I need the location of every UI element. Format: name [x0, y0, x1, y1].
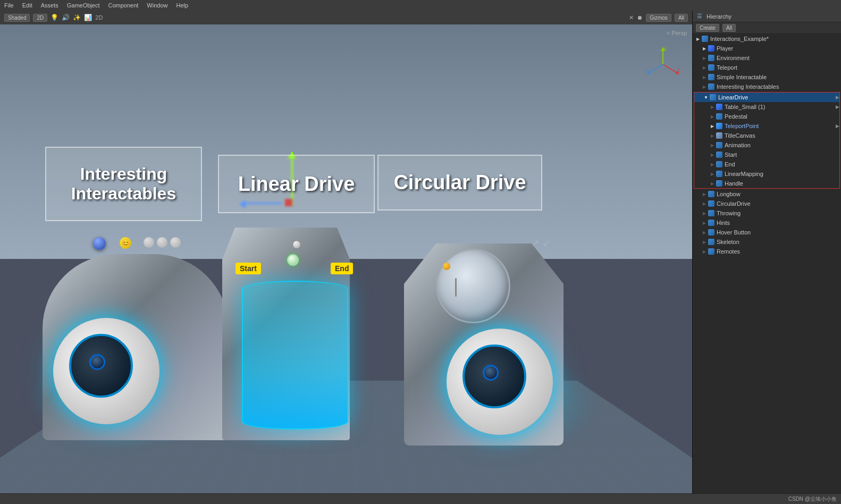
lm-arrow: ▶ — [709, 172, 716, 177]
light-icon: 💡 — [51, 14, 58, 21]
tc-arrow: ▶ — [709, 133, 716, 138]
tp-icon — [716, 122, 723, 130]
tree-item-table-small[interactable]: ▶ Table_Small (1) ▶ — [694, 102, 839, 112]
menu-component[interactable]: Component — [108, 2, 138, 9]
linear-cylinder — [242, 281, 348, 430]
tel-label: Teleport — [717, 64, 737, 71]
tree-item-animation[interactable]: ▶ Animation — [694, 140, 839, 150]
main-layout: # Scene Game Project Shaded 2D 💡 🔊 ✨ 📊 2… — [0, 11, 841, 493]
svg-text:y: y — [664, 46, 667, 51]
menu-help[interactable]: Help — [176, 2, 188, 9]
circular-disc — [436, 249, 510, 323]
persp-label: < Persp — [667, 30, 687, 36]
tree-item-linearmapping[interactable]: ▶ LinearMapping — [694, 169, 839, 179]
menu-bar: File Edit Assets GameObject Component Wi… — [0, 0, 841, 11]
h-label: Handle — [725, 180, 743, 187]
sign-interesting: Interesting Interactables — [45, 147, 202, 221]
tree-item-hints[interactable]: ▶ Hints — [693, 218, 841, 228]
lm-icon — [716, 170, 723, 178]
cd-label: CircularDrive — [717, 200, 751, 207]
player-label: Player — [717, 45, 733, 52]
tree-item-lineardrive[interactable]: ▼ LinearDrive ▶ — [694, 93, 839, 102]
tel-arrow: ▶ — [701, 65, 708, 70]
h-arrow: ▶ — [709, 181, 716, 186]
hierarchy-panel: ☰ Hierarchy Create All ▶ Interactions_Ex… — [692, 11, 841, 493]
linear-handle-sphere — [287, 254, 299, 266]
linear-drive-selection-box: ▼ LinearDrive ▶ ▶ Table_Small (1) — [694, 92, 840, 189]
simple-label: Simple Interactable — [717, 74, 767, 80]
disc-pivot-left — [443, 263, 450, 270]
menu-file[interactable]: File — [4, 2, 14, 9]
root-arrow: ▶ — [695, 37, 701, 41]
start-label: Start — [236, 263, 261, 274]
tree-item-throwing[interactable]: ▶ Throwing — [693, 208, 841, 218]
shading-dropdown[interactable]: Shaded — [4, 14, 30, 22]
hierarchy-all-btn[interactable]: All — [722, 24, 736, 32]
tree-item-hoverbutton[interactable]: ▶ Hover Button — [693, 228, 841, 237]
env-icon — [708, 54, 715, 62]
tree-item-remotes[interactable]: ▶ Remotes — [693, 247, 841, 256]
right-robot-dot — [483, 365, 499, 381]
ped-label: Pedestal — [725, 113, 747, 120]
left-robot — [53, 318, 159, 424]
menu-edit[interactable]: Edit — [22, 2, 32, 9]
svg-line-3 — [663, 64, 676, 72]
hierarchy-tree[interactable]: ▶ Interactions_Example* ▶ Player ▶ — [693, 34, 841, 493]
status-bar: CSDN @尘埃小小鱼 — [0, 493, 841, 504]
st-label: Start — [725, 152, 737, 158]
tree-item-longbow[interactable]: ▶ Longbow — [693, 189, 841, 199]
menu-gameobject[interactable]: GameObject — [67, 2, 100, 9]
blue-sphere — [93, 237, 106, 250]
en-label: End — [725, 161, 735, 167]
menu-assets[interactable]: Assets — [41, 2, 58, 9]
tree-item-interesting[interactable]: ▶ Interesting Interactables — [693, 82, 841, 91]
tree-item-player[interactable]: ▶ Player — [693, 44, 841, 53]
all-button[interactable]: All — [675, 14, 688, 22]
an-icon — [716, 141, 723, 149]
tree-item-teleport[interactable]: ▶ Teleport — [693, 63, 841, 72]
svg-line-6 — [650, 64, 663, 72]
ld-expand-arrow: ▶ — [836, 95, 839, 100]
scene-viewport[interactable]: # Scene Game Project Shaded 2D 💡 🔊 ✨ 📊 2… — [0, 11, 692, 493]
hi-label: Hints — [717, 220, 730, 226]
st-icon — [716, 151, 723, 158]
stats-icon: 📊 — [84, 14, 92, 21]
r-icon — [708, 248, 715, 255]
hb-icon — [708, 229, 715, 236]
tree-item-environment[interactable]: ▶ Environment — [693, 53, 841, 63]
hierarchy-create-btn[interactable]: Create — [696, 24, 719, 32]
menu-window[interactable]: Window — [147, 2, 167, 9]
tree-item-handle[interactable]: ▶ Handle — [694, 179, 839, 188]
tree-item-skeleton[interactable]: ▶ Skeleton — [693, 237, 841, 247]
ii-label: Interesting Interactables — [717, 83, 779, 90]
en-icon — [716, 161, 723, 168]
sign-circular: Circular Drive — [377, 155, 542, 211]
gizmos-button[interactable]: Gizmos — [646, 14, 671, 22]
tree-item-simple[interactable]: ▶ Simple Interactable — [693, 72, 841, 82]
cd-icon — [708, 200, 715, 207]
tree-item-pedestal[interactable]: ▶ Pedestal — [694, 112, 839, 121]
player-icon — [708, 45, 715, 52]
dimension-toggle[interactable]: 2D — [33, 14, 47, 22]
tree-root[interactable]: ▶ Interactions_Example* — [693, 34, 841, 44]
th-icon — [708, 209, 715, 217]
tc-icon — [716, 132, 723, 139]
tc-label: TitleCanvas — [725, 132, 755, 139]
tree-item-teleportpoint[interactable]: ▶ TeleportPoint ▶ — [694, 121, 839, 131]
disc-handle-line — [455, 278, 457, 297]
gizmos-x-icon: ✕ — [629, 14, 634, 21]
st-arrow: ▶ — [709, 153, 716, 157]
tree-item-circulardrive[interactable]: ▶ CircularDrive — [693, 199, 841, 208]
env-arrow: ▶ — [701, 56, 708, 61]
simple-icon — [708, 73, 715, 81]
tree-item-titlecanvas[interactable]: ▶ TitleCanvas — [694, 131, 839, 140]
tree-item-start[interactable]: ▶ Start — [694, 150, 839, 159]
ts-expand-arrow: ▶ — [836, 104, 839, 110]
record-icon: ⏺ — [637, 14, 643, 21]
scene-objects: 😊 — [0, 24, 692, 493]
lb-arrow: ▶ — [701, 192, 708, 197]
end-label: End — [331, 263, 353, 274]
tree-item-end[interactable]: ▶ End — [694, 159, 839, 169]
sk-arrow: ▶ — [701, 240, 708, 245]
an-label: Animation — [725, 142, 751, 148]
